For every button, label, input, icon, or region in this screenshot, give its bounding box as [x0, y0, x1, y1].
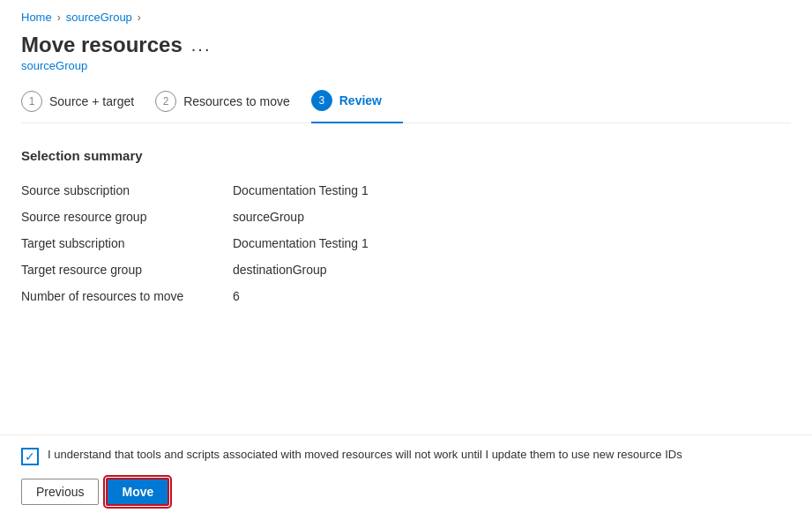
move-button[interactable]: Move	[106, 478, 169, 506]
summary-row-value: Documentation Testing 1	[233, 230, 550, 256]
previous-button[interactable]: Previous	[21, 479, 99, 505]
step-label-1: Source + target	[49, 94, 134, 108]
summary-row-value: 6	[233, 283, 550, 309]
page-title: Move resources	[21, 33, 183, 57]
summary-row-label: Source subscription	[21, 177, 233, 204]
step-circle-2: 2	[155, 91, 176, 112]
step-circle-1: 1	[21, 91, 42, 112]
main-content: Home › sourceGroup › Move resources ... …	[0, 0, 812, 435]
summary-row-label: Target subscription	[21, 230, 233, 256]
section-title: Selection summary	[21, 148, 791, 163]
more-options-button[interactable]: ...	[191, 35, 212, 56]
button-row: Previous Move	[21, 478, 791, 506]
breadcrumb-home[interactable]: Home	[21, 11, 52, 24]
acknowledgement-row: ✓ I understand that tools and scripts as…	[21, 448, 791, 465]
step-circle-3: 3	[311, 90, 332, 111]
acknowledgement-checkbox[interactable]: ✓	[21, 448, 39, 465]
wizard-step-3[interactable]: 3 Review	[311, 90, 403, 123]
summary-row-value: Documentation Testing 1	[233, 177, 550, 204]
bottom-bar: ✓ I understand that tools and scripts as…	[0, 435, 812, 520]
summary-row-label: Number of resources to move	[21, 283, 233, 309]
summary-row-label: Source resource group	[21, 204, 233, 230]
page-header: Move resources ...	[21, 33, 791, 57]
wizard-step-1[interactable]: 1 Source + target	[21, 91, 155, 123]
checkbox-check-icon: ✓	[25, 450, 35, 463]
wizard-steps: 1 Source + target 2 Resources to move 3 …	[21, 90, 791, 123]
acknowledgement-text: I understand that tools and scripts asso…	[48, 448, 682, 461]
summary-row-value: sourceGroup	[233, 204, 550, 230]
page-container: Home › sourceGroup › Move resources ... …	[0, 0, 812, 520]
step-label-3: Review	[339, 93, 382, 108]
summary-table: Source subscriptionDocumentation Testing…	[21, 177, 550, 309]
step-label-2: Resources to move	[183, 94, 290, 108]
subtitle-link[interactable]: sourceGroup	[21, 59, 791, 72]
breadcrumb-sep-2: ›	[138, 11, 141, 24]
breadcrumb: Home › sourceGroup ›	[21, 11, 791, 24]
breadcrumb-sep-1: ›	[57, 11, 61, 24]
summary-row-value: destinationGroup	[233, 256, 550, 283]
wizard-step-2[interactable]: 2 Resources to move	[155, 91, 311, 123]
summary-row-label: Target resource group	[21, 256, 233, 283]
breadcrumb-source-group[interactable]: sourceGroup	[66, 11, 132, 24]
